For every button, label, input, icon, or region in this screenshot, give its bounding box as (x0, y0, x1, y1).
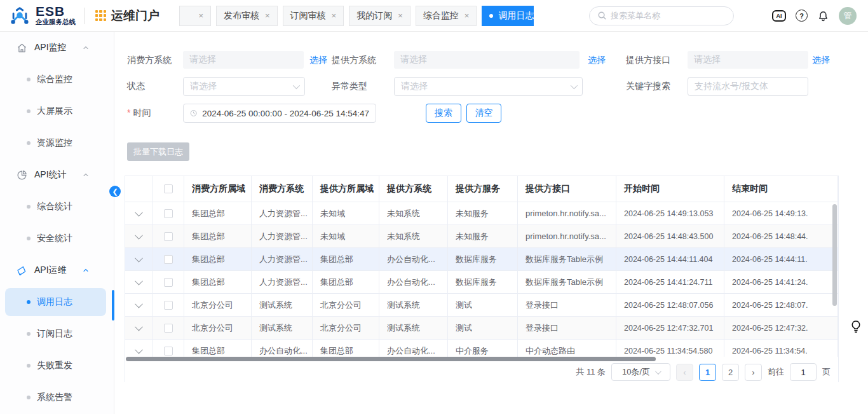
row-checkbox[interactable] (164, 324, 173, 333)
sidebar-item-资源监控[interactable]: 资源监控 (0, 127, 114, 159)
exception-type-select[interactable]: 请选择 (394, 77, 583, 96)
cell-provider_system: 未知系统 (379, 202, 448, 224)
tab-close-icon[interactable]: × (398, 11, 403, 20)
search-icon (597, 11, 607, 20)
row-checkbox[interactable] (164, 301, 173, 310)
keyword-input[interactable]: 支持流水号/报文体 (688, 77, 808, 96)
horizontal-scrollbar[interactable] (126, 357, 656, 361)
tab-close-icon[interactable]: × (465, 11, 470, 20)
expand-row-icon[interactable] (135, 231, 143, 240)
provider-interface-field[interactable]: 请选择 (688, 51, 808, 69)
sidebar-item-订阅日志[interactable]: 订阅日志 (0, 318, 114, 350)
provider-interface-choose-link[interactable]: 选择 (812, 51, 830, 69)
row-checkbox[interactable] (164, 347, 173, 355)
sidebar-section-label: API统计 (34, 169, 67, 181)
column-header-提供方系统: 提供方系统 (379, 176, 448, 202)
sidebar-item-综合统计[interactable]: 综合统计 (0, 191, 114, 223)
table-row[interactable]: 北京分公司测试系统北京分公司测试系统测试登录接口2024-06-25 12:47… (125, 317, 838, 340)
tab-label: 发布审核 (224, 10, 259, 22)
tab-close-icon[interactable]: × (265, 11, 270, 20)
tab-订阅审核[interactable]: 订阅审核× (283, 6, 344, 26)
sidebar-item-大屏展示[interactable]: 大屏展示 (0, 95, 114, 127)
sidebar-item-安全统计[interactable]: 安全统计 (0, 223, 114, 254)
sidebar-item-label: 资源监控 (37, 137, 72, 149)
row-checkbox[interactable] (164, 209, 173, 218)
tab-clipped[interactable]: × (179, 6, 211, 26)
table-row[interactable]: 集团总部人力资源管...集团总部办公自动化...数据库服务数据库服务Table示… (125, 248, 838, 271)
expand-cell (125, 271, 153, 293)
divider (85, 8, 85, 24)
sidebar-section-API运维[interactable]: API运维 (0, 254, 114, 286)
row-checkbox[interactable] (164, 232, 173, 241)
table-row[interactable]: 北京分公司测试系统北京分公司测试系统测试登录接口2024-06-25 12:48… (125, 294, 838, 317)
page-button-1[interactable]: 1 (699, 364, 716, 381)
table-row[interactable]: 集团总部办公自动化...集团总部办公自动化...中介服务中介动态路由2024-0… (125, 340, 838, 357)
clear-button[interactable]: 清空 (466, 104, 501, 123)
ai-assistant-icon[interactable]: AI (772, 10, 786, 22)
tab-close-icon[interactable]: × (198, 11, 203, 20)
time-range-input[interactable]: 2024-06-25 00:00:00 - 2024-06-25 14:54:4… (183, 104, 376, 123)
tab-我的订阅[interactable]: 我的订阅× (349, 6, 410, 26)
cell-provider_service: 测试 (448, 294, 518, 316)
consumer-system-field[interactable]: 请选择 (183, 51, 304, 69)
status-select[interactable]: 请选择 (183, 77, 305, 96)
cell-start_time: 2024-06-25 12:47:32.701 (616, 317, 724, 339)
consumer-system-choose-link[interactable]: 选择 (309, 51, 327, 69)
goto-page-input[interactable] (790, 363, 817, 381)
cell-provider_service: 未知服务 (448, 225, 518, 247)
tab-close-icon[interactable]: × (332, 11, 337, 20)
cell-provider_domain: 北京分公司 (313, 317, 379, 339)
expand-cell (125, 294, 153, 316)
page-button-2[interactable]: 2 (722, 364, 739, 381)
select-all-checkbox[interactable] (164, 184, 173, 193)
checkbox-cell (153, 271, 184, 293)
search-button[interactable]: 搜索 (426, 104, 461, 123)
next-page-button[interactable]: › (745, 364, 762, 381)
table-row[interactable]: 集团总部人力资源管...未知域未知系统未知服务primeton.hr.notif… (125, 225, 838, 248)
expand-row-icon[interactable] (135, 346, 143, 354)
bullet-icon (27, 396, 31, 399)
help-icon[interactable]: ? (796, 10, 808, 22)
sidebar-collapse-button[interactable]: ❮ (109, 186, 121, 197)
cell-provider_system: 办公自动化... (379, 248, 448, 270)
provider-system-choose-link[interactable]: 选择 (588, 51, 606, 69)
sidebar-item-系统告警[interactable]: 系统告警 (0, 382, 114, 413)
vertical-scrollbar[interactable] (832, 204, 837, 306)
expand-row-icon[interactable] (135, 300, 143, 308)
sidebar-section-API监控[interactable]: API监控 (0, 32, 114, 64)
chevron-up-icon (82, 171, 90, 179)
expand-row-icon[interactable] (135, 254, 143, 263)
batch-download-button[interactable]: 批量下载日志 (127, 142, 189, 161)
page-size-select[interactable]: 10条/页 (611, 363, 670, 381)
search-input[interactable] (611, 11, 726, 20)
main-content: 消费方系统 请选择 选择 提供方系统 请选择 选择 提供方接口 请选择 选择 状… (114, 32, 868, 414)
expand-row-icon[interactable] (135, 277, 143, 286)
bell-icon[interactable] (817, 10, 829, 22)
table-row[interactable]: 集团总部人力资源管...集团总部办公自动化...数据库服务数据库服务Table示… (125, 271, 838, 294)
goto-label: 前往 (768, 366, 784, 378)
cell-provider_service: 中介服务 (448, 340, 518, 357)
menu-search[interactable] (589, 6, 734, 25)
prev-page-button[interactable]: ‹ (676, 364, 693, 381)
row-checkbox[interactable] (164, 255, 173, 264)
filter-label-time: *时间 (127, 104, 151, 121)
expand-row-icon[interactable] (135, 323, 143, 331)
sidebar-section-API统计[interactable]: API统计 (0, 159, 114, 191)
tab-调用日志[interactable]: 调用日志× (482, 6, 534, 26)
tab-发布审核[interactable]: 发布审核× (216, 6, 278, 26)
lightbulb-icon[interactable] (850, 320, 862, 334)
row-checkbox[interactable] (164, 278, 173, 287)
placeholder-text: 请选择 (400, 54, 427, 66)
sidebar-item-综合监控[interactable]: 综合监控 (0, 64, 114, 95)
expand-row-icon[interactable] (135, 209, 143, 217)
tab-综合监控[interactable]: 综合监控× (416, 6, 477, 26)
provider-system-field[interactable]: 请选择 (394, 51, 580, 69)
sidebar-item-失败重发[interactable]: 失败重发 (0, 350, 114, 382)
cell-start_time: 2024-06-25 12:48:07.056 (616, 294, 724, 316)
cell-consumer_system: 人力资源管... (252, 248, 313, 270)
table-header-row: 消费方所属域消费方系统提供方所属域提供方系统提供方服务提供方接口开始时间结束时间 (125, 176, 838, 202)
table-row[interactable]: 集团总部人力资源管...未知域未知系统未知服务primeton.hr.notif… (125, 202, 838, 225)
sidebar-item-调用日志[interactable]: 调用日志 (5, 288, 106, 316)
avatar[interactable]: 管 (839, 7, 857, 25)
chevron-down-icon (293, 82, 300, 89)
